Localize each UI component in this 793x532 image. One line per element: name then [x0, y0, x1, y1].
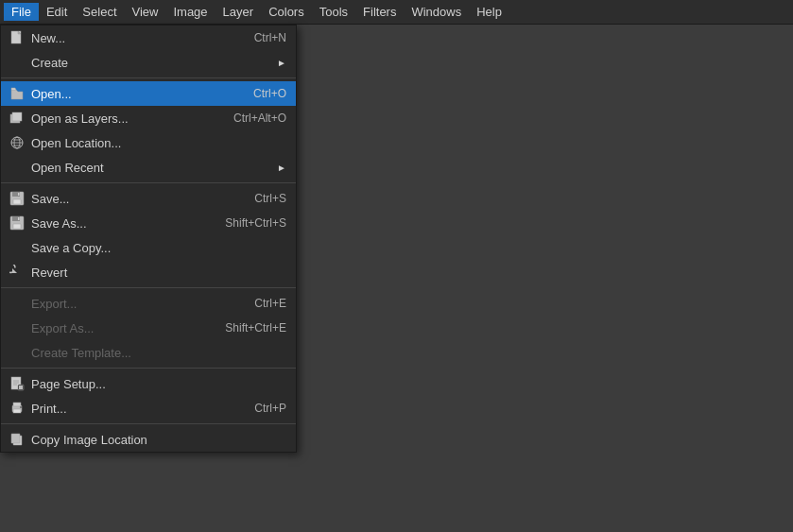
- menu-item-open-location-label: Open Location...: [31, 136, 286, 150]
- menubar-file[interactable]: File: [4, 3, 39, 21]
- menubar-filters[interactable]: Filters: [355, 3, 404, 21]
- open-icon: [9, 85, 26, 102]
- revert-icon: [9, 264, 26, 281]
- svg-rect-16: [18, 217, 20, 220]
- svg-rect-23: [19, 386, 23, 389]
- menubar: File Edit Select View Image Layer Colors…: [0, 0, 793, 25]
- menubar-help[interactable]: Help: [469, 3, 509, 21]
- globe-icon: [9, 134, 26, 151]
- file-dropdown-menu: New... Ctrl+N Create ► Open... Ctrl+O Op…: [0, 25, 297, 453]
- submenu-arrow-open-recent: ►: [277, 163, 286, 173]
- menu-item-create-label: Create: [31, 56, 267, 70]
- menu-item-copy-image-location[interactable]: Copy Image Location: [1, 427, 296, 452]
- menu-item-print-shortcut: Ctrl+P: [254, 402, 286, 415]
- menu-item-open-as-layers-label: Open as Layers...: [31, 112, 215, 126]
- menu-item-open-recent[interactable]: Open Recent ►: [1, 155, 296, 180]
- menu-item-save-shortcut: Ctrl+S: [254, 192, 286, 205]
- menu-item-print-label: Print...: [31, 402, 235, 416]
- page-setup-icon: [9, 375, 26, 392]
- menu-item-copy-image-location-label: Copy Image Location: [31, 433, 286, 447]
- menu-item-save-as[interactable]: Save As... Shift+Ctrl+S: [1, 211, 296, 235]
- separator-5: [1, 423, 296, 424]
- menu-item-save-as-shortcut: Shift+Ctrl+S: [225, 216, 286, 230]
- menu-item-page-setup-label: Page Setup...: [31, 377, 286, 391]
- menu-item-create-template-label: Create Template...: [31, 346, 286, 360]
- menu-item-save-as-label: Save As...: [31, 216, 206, 231]
- svg-point-27: [20, 406, 22, 408]
- submenu-arrow-create: ►: [277, 58, 286, 68]
- menu-item-open[interactable]: Open... Ctrl+O: [1, 81, 296, 106]
- menu-item-new-label: New...: [31, 31, 235, 45]
- menubar-select[interactable]: Select: [75, 3, 124, 21]
- menu-item-revert-label: Revert: [31, 266, 286, 280]
- save-icon: [9, 190, 26, 207]
- svg-rect-11: [13, 199, 21, 204]
- print-icon: [9, 400, 26, 417]
- svg-rect-12: [18, 193, 20, 196]
- svg-rect-25: [13, 403, 21, 406]
- save-as-icon: [9, 215, 26, 232]
- menubar-image[interactable]: Image: [165, 3, 215, 21]
- menu-item-open-as-layers-shortcut: Ctrl+Alt+O: [233, 112, 286, 125]
- separator-1: [1, 77, 296, 78]
- menu-item-export[interactable]: Export... Ctrl+E: [1, 291, 296, 316]
- menu-item-print[interactable]: Print... Ctrl+P: [1, 396, 296, 420]
- menubar-view[interactable]: View: [125, 3, 166, 21]
- menubar-tools[interactable]: Tools: [312, 3, 355, 21]
- open-layers-icon: [9, 110, 26, 127]
- svg-rect-29: [11, 434, 20, 443]
- menu-item-open-location[interactable]: Open Location...: [1, 130, 296, 155]
- separator-2: [1, 182, 296, 183]
- svg-marker-17: [12, 268, 17, 273]
- menu-item-export-as-shortcut: Shift+Ctrl+E: [225, 321, 286, 335]
- menubar-layer[interactable]: Layer: [215, 3, 262, 21]
- menu-item-export-shortcut: Ctrl+E: [254, 297, 286, 310]
- menu-item-revert[interactable]: Revert: [1, 260, 296, 284]
- separator-3: [1, 287, 296, 288]
- svg-rect-26: [13, 409, 21, 413]
- copy-image-location-icon: [9, 431, 26, 448]
- menubar-windows[interactable]: Windows: [404, 3, 469, 21]
- menu-item-create[interactable]: Create ►: [1, 50, 296, 75]
- menu-item-save-label: Save...: [31, 192, 235, 206]
- menu-item-open-recent-label: Open Recent: [31, 161, 267, 175]
- new-icon: [9, 29, 26, 46]
- menu-item-open-shortcut: Ctrl+O: [253, 87, 286, 100]
- menu-item-export-as-label: Export As...: [31, 321, 206, 335]
- menu-item-new-shortcut: Ctrl+N: [254, 31, 286, 44]
- menu-item-save-copy-label: Save a Copy...: [31, 241, 286, 255]
- menubar-edit[interactable]: Edit: [39, 3, 75, 21]
- menu-item-save[interactable]: Save... Ctrl+S: [1, 186, 296, 211]
- menu-item-page-setup[interactable]: Page Setup...: [1, 371, 296, 396]
- menu-item-open-as-layers[interactable]: Open as Layers... Ctrl+Alt+O: [1, 106, 296, 130]
- menu-item-new[interactable]: New... Ctrl+N: [1, 26, 296, 50]
- menu-item-export-label: Export...: [31, 297, 235, 311]
- svg-rect-15: [13, 224, 21, 229]
- menu-item-create-template[interactable]: Create Template...: [1, 340, 296, 365]
- separator-4: [1, 368, 296, 369]
- menubar-colors[interactable]: Colors: [261, 3, 312, 21]
- menu-item-export-as[interactable]: Export As... Shift+Ctrl+E: [1, 316, 296, 340]
- menu-item-open-label: Open...: [31, 87, 234, 101]
- menu-item-save-copy[interactable]: Save a Copy...: [1, 235, 296, 260]
- svg-rect-3: [12, 112, 22, 121]
